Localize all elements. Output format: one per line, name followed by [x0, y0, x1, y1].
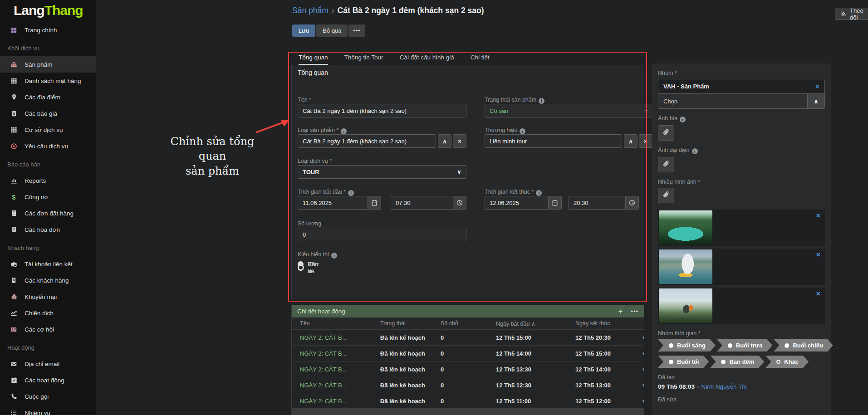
activity-more-button[interactable]: •••: [631, 308, 638, 315]
activity-link[interactable]: NGÀY 2: CÁT B...: [300, 366, 380, 373]
add-activity-button[interactable]: +: [618, 308, 623, 315]
gallery-thumbnail[interactable]: [659, 288, 712, 323]
column-header-name[interactable]: Tên: [300, 320, 380, 327]
table-row[interactable]: NGÀY 2: CÁT B... Đã lên kế hoạch 0 12 Th…: [292, 361, 644, 377]
remove-image-icon[interactable]: ×: [816, 212, 820, 220]
sidebar-item[interactable]: Các hóa đơn: [0, 221, 96, 238]
sidebar-item[interactable]: Cuộc gọi: [0, 388, 96, 405]
sidebar-item[interactable]: $ Công nợ: [0, 189, 96, 205]
form-tab[interactable]: Chi tiết: [471, 54, 490, 65]
remove-image-icon[interactable]: ×: [816, 251, 820, 259]
time-group-tag[interactable]: Buổi chiều: [774, 339, 833, 352]
more-actions-button[interactable]: •••: [348, 24, 365, 37]
activity-link[interactable]: NGÀY 2: CÁT B...: [300, 382, 380, 389]
sidebar-item[interactable]: Nhiệm vụ: [0, 405, 96, 415]
modified-label: Đã sửa: [658, 396, 825, 403]
sidebar-item[interactable]: Báo cáo bán: [0, 156, 96, 172]
start-time-input[interactable]: [391, 196, 453, 210]
clock-icon[interactable]: [625, 196, 639, 210]
quantity-input[interactable]: [298, 228, 466, 241]
group-picker[interactable]: Chọn ∧: [658, 94, 824, 108]
column-header-status[interactable]: Trạng thái: [380, 320, 441, 327]
group-selected-value[interactable]: VAH - Sản Phẩm ×: [658, 79, 824, 94]
product-type-clear-button[interactable]: ×: [453, 134, 466, 148]
created-by-link[interactable]: Ninh Nguyễn Thị: [701, 383, 747, 390]
brand-clear-button[interactable]: ×: [639, 134, 652, 148]
calendar-icon[interactable]: [548, 196, 562, 210]
start-date-input[interactable]: [298, 196, 368, 210]
row-menu-caret[interactable]: ▾: [642, 335, 644, 341]
time-group-tag[interactable]: Buổi sáng: [658, 339, 716, 352]
app-logo[interactable]: LangThang: [0, 0, 96, 22]
sidebar-item[interactable]: Yêu cầu dịch vụ: [0, 138, 96, 154]
brand-input[interactable]: [485, 134, 622, 148]
sidebar-item[interactable]: Sản phẩm: [0, 56, 96, 73]
gallery-attach-button[interactable]: [658, 188, 674, 203]
promo-icon: [10, 293, 18, 301]
row-menu-caret[interactable]: ▾: [642, 351, 644, 356]
sidebar-item[interactable]: Reports: [0, 172, 96, 189]
row-menu-caret[interactable]: ▾: [642, 398, 644, 404]
activity-link[interactable]: NGÀY 2: CÁT B...: [300, 398, 380, 405]
end-date-input[interactable]: [485, 196, 548, 210]
time-group-tag[interactable]: Buổi tối: [658, 356, 709, 368]
sidebar-item[interactable]: Khuyến mại: [0, 288, 96, 305]
radio-option[interactable]: Tất cả: [298, 261, 317, 274]
calendar-icon[interactable]: [368, 196, 381, 210]
status-select[interactable]: Có sẵn ▾: [485, 104, 652, 117]
sidebar-item[interactable]: Cơ sở dịch vụ: [0, 122, 96, 138]
table-row[interactable]: NGÀY 2: CÁT B... Đã lên kế hoạch 0 12 Th…: [292, 393, 644, 409]
gallery-thumbnail[interactable]: [659, 210, 712, 245]
follow-button[interactable]: Theo dõi: [835, 8, 868, 20]
record-meta: Đã tạo 09 Th5 08:03›Ninh Nguyễn Thị Đã s…: [658, 374, 825, 403]
clock-icon[interactable]: [453, 196, 466, 210]
row-menu-caret[interactable]: ▾: [642, 382, 644, 388]
gallery-thumbnail[interactable]: [659, 249, 712, 284]
activity-link[interactable]: NGÀY 2: CÁT B...: [300, 350, 380, 357]
time-group-tag[interactable]: Ban đêm: [710, 356, 764, 368]
service-type-select[interactable]: TOUR ∨: [298, 165, 466, 179]
sidebar-item[interactable]: Khối dịch vụ: [0, 40, 96, 56]
time-group-tag[interactable]: Buổi trưa: [717, 339, 773, 352]
sidebar-item[interactable]: Các địa điểm: [0, 89, 96, 105]
sidebar-item[interactable]: Danh sách mặt hàng: [0, 73, 96, 89]
column-header-start[interactable]: Ngày bắt đầu ∧: [496, 320, 575, 327]
sidebar-item[interactable]: Địa chỉ email: [0, 356, 96, 372]
column-header-end[interactable]: Ngày kết thúc: [575, 320, 642, 327]
table-row[interactable]: NGÀY 2: CÁT B... Đã lên kế hoạch 0 12 Th…: [292, 330, 644, 346]
discard-button[interactable]: Bỏ qua: [316, 24, 348, 37]
end-time-input[interactable]: [569, 196, 625, 210]
product-type-input[interactable]: [298, 134, 436, 148]
sidebar-item[interactable]: Tài khoản liên kết: [0, 256, 96, 272]
time-group-tag[interactable]: Khác: [765, 356, 809, 368]
sidebar-item-label: Các đơn đặt hàng: [25, 210, 74, 217]
activity-link[interactable]: NGÀY 2: CÁT B...: [300, 334, 380, 341]
remove-image-icon[interactable]: ×: [816, 290, 820, 298]
brand-expand-button[interactable]: ∧: [624, 134, 638, 148]
sidebar-item[interactable]: Trang chính: [0, 22, 96, 38]
sidebar-item[interactable]: Các đơn đặt hàng: [0, 205, 96, 221]
form-tab[interactable]: Cài đặt cấu hình giá: [400, 54, 454, 65]
sidebar-item[interactable]: Khách hàng: [0, 239, 96, 256]
sidebar-item[interactable]: Chiến dịch: [0, 305, 96, 321]
sidebar-item[interactable]: Các cơ hội: [0, 321, 96, 337]
collapse-icon[interactable]: ∧: [807, 94, 824, 108]
save-button[interactable]: Lưu: [292, 24, 315, 37]
name-input[interactable]: [298, 104, 466, 117]
breadcrumb-section-link[interactable]: Sản phẩm: [292, 6, 329, 15]
column-header-seats[interactable]: Số chỗ: [441, 320, 496, 327]
product-type-expand-button[interactable]: ∧: [438, 134, 451, 148]
table-row[interactable]: NGÀY 2: CÁT B... Đã lên kế hoạch 0 12 Th…: [292, 377, 644, 393]
remove-group-icon[interactable]: ×: [815, 83, 819, 90]
gallery-item: ×: [658, 288, 825, 324]
table-row[interactable]: NGÀY 2: CÁT B... Đã lên kế hoạch 0 12 Th…: [292, 346, 644, 361]
form-tab[interactable]: Tổng quan: [299, 54, 328, 65]
sidebar-item[interactable]: Hoạt động: [0, 339, 96, 356]
form-tab[interactable]: Thông tin Tour: [344, 54, 383, 65]
sidebar-item[interactable]: Các hoạt động: [0, 372, 96, 388]
row-menu-caret[interactable]: ▾: [642, 366, 644, 372]
sidebar-item[interactable]: Các khách hàng: [0, 272, 96, 288]
cover-attach-button[interactable]: [658, 125, 674, 141]
sidebar-item[interactable]: $ Các báo giá: [0, 105, 96, 122]
avatar-attach-button[interactable]: [658, 157, 674, 172]
